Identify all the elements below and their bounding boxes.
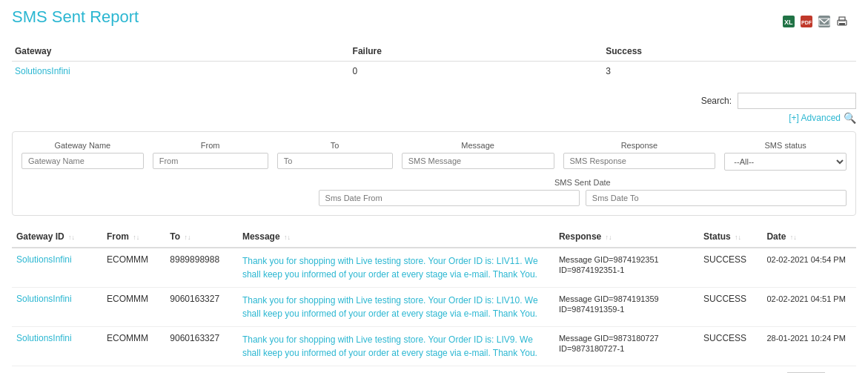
cell-response: Message GID=9874191359 ID=9874191359-1: [554, 288, 699, 327]
cell-status: SUCCESS: [699, 288, 762, 327]
summary-table: Gateway Failure Success SolutionsInfini …: [12, 42, 856, 81]
advanced-search-icon[interactable]: 🔍: [844, 112, 856, 124]
page-title: SMS Sent Report: [12, 7, 856, 27]
message-text: Thank you for shopping with Live testing…: [242, 295, 538, 319]
failure-cell: 0: [350, 62, 603, 82]
pdf-icon[interactable]: PDF: [800, 15, 813, 28]
summary-row: SolutionsInfini 0 3: [12, 62, 856, 82]
sort-arrows-from: ↑↓: [133, 234, 139, 241]
cell-status: SUCCESS: [699, 248, 762, 288]
cell-to: 9060163327: [165, 327, 238, 366]
table-row: SolutionsInfini ECOMMM 9060163327 Thank …: [12, 327, 856, 366]
th-gateway_id[interactable]: Gateway ID ↑↓: [12, 226, 102, 248]
filter-label-sms-sent-date: SMS Sent Date: [319, 178, 847, 187]
filter-input-to[interactable]: [277, 153, 393, 169]
gateway-id-link[interactable]: SolutionsInfini: [16, 254, 72, 265]
filter-label-response: Response: [563, 141, 716, 150]
sort-arrows-message: ↑↓: [284, 234, 291, 241]
success-cell: 3: [603, 62, 856, 82]
summary-header-failure: Failure: [350, 42, 603, 62]
th-to[interactable]: To ↑↓: [165, 226, 238, 248]
th-message[interactable]: Message ↑↓: [238, 226, 554, 248]
filter-group-to: To: [277, 141, 393, 171]
excel-icon[interactable]: XL: [782, 15, 795, 28]
cell-from: ECOMMM: [102, 288, 165, 327]
date-value: 28-01-2021 10:24 PM: [766, 334, 845, 343]
cell-status: SUCCESS: [699, 327, 762, 366]
cell-from: ECOMMM: [102, 248, 165, 288]
cell-to: 9060163327: [165, 288, 238, 327]
filter-label-gateway: Gateway Name: [21, 141, 144, 150]
cell-gateway-id: SolutionsInfini: [12, 327, 102, 366]
date-value: 02-02-2021 04:54 PM: [766, 255, 845, 264]
filter-group-response: Response: [563, 141, 716, 171]
cell-date: 02-02-2021 04:51 PM: [762, 288, 856, 327]
gateway-id-link[interactable]: SolutionsInfini: [16, 333, 72, 343]
filter-label-to: To: [277, 141, 393, 150]
advanced-link[interactable]: [+] Advanced: [789, 113, 841, 123]
gateway-link[interactable]: SolutionsInfini: [15, 66, 70, 76]
th-date[interactable]: Date ↑↓: [762, 226, 856, 248]
search-label: Search:: [701, 96, 732, 106]
advanced-row: [+] Advanced 🔍: [12, 112, 856, 124]
filter-box: Gateway Name From To Message Response SM…: [12, 131, 856, 216]
filter-select-status[interactable]: --All--SUCCESSFAILURE: [724, 153, 847, 171]
filter-label-from: From: [153, 141, 268, 150]
top-icons-bar: XL PDF: [782, 15, 849, 28]
sort-arrows-date: ↑↓: [790, 234, 797, 241]
message-text: Thank you for shopping with Live testing…: [242, 334, 537, 358]
sort-arrows-to: ↑↓: [184, 234, 191, 241]
filter-input-gateway[interactable]: [21, 153, 144, 169]
filter-input-message[interactable]: [402, 153, 554, 169]
filter-group-gateway: Gateway Name: [21, 141, 144, 171]
sort-arrows-response: ↑↓: [606, 234, 612, 241]
sort-arrows-gateway_id: ↑↓: [68, 234, 75, 241]
filter-label-status: SMS status: [724, 141, 847, 150]
filter-label-message: Message: [402, 141, 554, 150]
print-icon[interactable]: [835, 15, 849, 28]
cell-response: Message GID=9873180727 ID=9873180727-1: [554, 327, 699, 366]
cell-to: 8989898988: [165, 248, 238, 288]
filter-input-date-from[interactable]: [319, 190, 580, 206]
filter-group-message: Message: [402, 141, 554, 171]
th-status[interactable]: Status ↑↓: [699, 226, 762, 248]
cell-message: Thank you for shopping with Live testing…: [238, 288, 554, 327]
cell-message: Thank you for shopping with Live testing…: [238, 327, 554, 366]
cell-response: Message GID=9874192351 ID=9874192351-1: [554, 248, 699, 288]
cell-from: ECOMMM: [102, 327, 165, 366]
email-icon[interactable]: [818, 15, 831, 28]
response-text: Message GID=9874191359 ID=9874191359-1: [559, 294, 659, 314]
filter-group-sms-sent-date: SMS Sent Date: [319, 178, 847, 206]
cell-gateway-id: SolutionsInfini: [12, 248, 102, 288]
response-text: Message GID=9874192351 ID=9874192351-1: [559, 255, 659, 274]
svg-text:XL: XL: [784, 19, 793, 26]
gateway-id-link[interactable]: SolutionsInfini: [16, 294, 72, 304]
th-from[interactable]: From ↑↓: [102, 226, 165, 248]
search-bar-row: Search:: [12, 93, 856, 109]
svg-text:PDF: PDF: [801, 20, 812, 25]
svg-rect-4: [818, 16, 830, 27]
table-row: SolutionsInfini ECOMMM 9060163327 Thank …: [12, 288, 856, 327]
response-text: Message GID=9873180727 ID=9873180727-1: [559, 334, 659, 353]
summary-header-gateway: Gateway: [12, 42, 350, 62]
svg-rect-7: [839, 23, 845, 25]
message-text: Thank you for shopping with Live testing…: [242, 256, 538, 280]
summary-header-success: Success: [603, 42, 856, 62]
cell-date: 02-02-2021 04:54 PM: [762, 248, 856, 288]
status-value: SUCCESS: [703, 294, 746, 304]
date-value: 02-02-2021 04:51 PM: [766, 294, 845, 303]
filter-input-response[interactable]: [563, 153, 716, 169]
filter-input-from[interactable]: [153, 153, 268, 169]
cell-message: Thank you for shopping with Live testing…: [238, 248, 554, 288]
status-value: SUCCESS: [703, 254, 746, 265]
filter-group-from: From: [153, 141, 268, 171]
data-table: Gateway ID ↑↓From ↑↓To ↑↓Message ↑↓Respo…: [12, 226, 856, 366]
sort-arrows-status: ↑↓: [735, 234, 741, 241]
th-response[interactable]: Response ↑↓: [554, 226, 699, 248]
filter-input-date-to[interactable]: [586, 190, 847, 206]
table-row: SolutionsInfini ECOMMM 8989898988 Thank …: [12, 248, 856, 288]
cell-date: 28-01-2021 10:24 PM: [762, 327, 856, 366]
search-input[interactable]: [738, 93, 856, 109]
filter-group-status: SMS status --All--SUCCESSFAILURE: [724, 141, 847, 171]
cell-gateway-id: SolutionsInfini: [12, 288, 102, 327]
